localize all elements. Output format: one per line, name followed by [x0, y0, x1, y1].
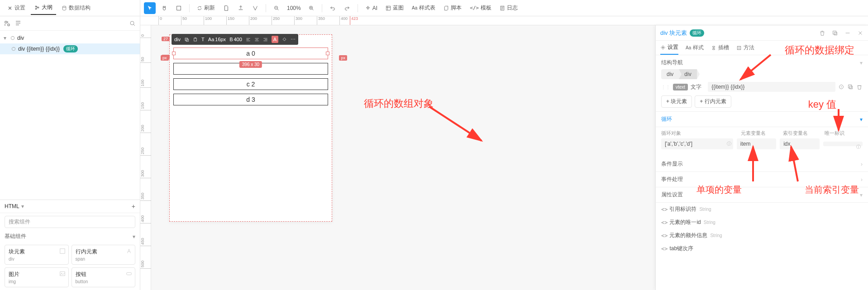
- loop-idx-input[interactable]: idx: [780, 138, 819, 149]
- outline-tree: ▾ div div {{item}} {{idx}} 循环: [0, 31, 140, 56]
- attr-section[interactable]: 属性设置▾: [656, 187, 868, 203]
- basic-components-head[interactable]: 基础组件 ▾: [0, 231, 140, 242]
- tree-icon: [34, 5, 40, 10]
- trash-icon[interactable]: [819, 30, 825, 36]
- prop-ref[interactable]: <>引用标识符String: [656, 203, 868, 216]
- export-tool[interactable]: [235, 2, 247, 14]
- loop-item-3[interactable]: d 3: [173, 94, 328, 105]
- clipboard-icon[interactable]: [193, 37, 198, 42]
- minimize-icon[interactable]: [844, 30, 851, 36]
- add-inline-button[interactable]: + 行内元素: [695, 95, 731, 108]
- tab-outline[interactable]: 大纲: [31, 1, 56, 15]
- svg-rect-15: [833, 31, 836, 34]
- ruler-tick: 150: [226, 16, 234, 25]
- subtab-label: 方法: [744, 44, 754, 52]
- svg-point-20: [841, 86, 842, 87]
- prop-extra[interactable]: <>元素的额外信息String: [656, 229, 868, 242]
- zoom-in[interactable]: [305, 2, 317, 14]
- info-icon[interactable]: ⓘ: [856, 144, 861, 150]
- comp-button[interactable]: 按钮 button: [72, 267, 136, 287]
- html-section-head[interactable]: HTML ▾ +: [0, 200, 140, 213]
- fill-color-icon[interactable]: [282, 37, 287, 42]
- vtext-row: ⋮⋮ vtext 文字: [661, 82, 863, 92]
- v-tool[interactable]: [249, 2, 261, 14]
- weight-control[interactable]: B 400: [229, 37, 242, 42]
- copy-icon[interactable]: [184, 37, 189, 42]
- align-center-icon[interactable]: [254, 37, 259, 42]
- event-section[interactable]: 事件处理›: [656, 172, 868, 187]
- vtext-value-input[interactable]: [708, 82, 835, 92]
- add-block-button[interactable]: + 块元素: [661, 95, 692, 108]
- close-icon[interactable]: [857, 30, 863, 36]
- ai-button[interactable]: AI: [362, 2, 380, 14]
- target-icon[interactable]: [838, 84, 844, 90]
- chevron-down-icon: ▾: [21, 203, 24, 209]
- align-right-icon[interactable]: [263, 37, 268, 42]
- collapse-icon[interactable]: [4, 20, 11, 27]
- code-icon: </>: [470, 5, 479, 11]
- hand-tool[interactable]: [158, 2, 170, 14]
- loop-section-head[interactable]: 循环 ▾: [656, 112, 868, 127]
- loop-item-input[interactable]: item: [737, 138, 776, 149]
- tab-settings[interactable]: 设置: [4, 1, 29, 14]
- loop-obj-input[interactable]: ['a','b','c','d']ⓘ: [661, 138, 733, 149]
- text-color-icon[interactable]: A: [272, 36, 278, 43]
- copy-icon[interactable]: [847, 84, 854, 90]
- margin-badge: 27: [162, 37, 170, 41]
- artboard[interactable]: 27 27 px px div T Aa16px B 400 A: [169, 34, 332, 222]
- undo-icon: [329, 5, 336, 11]
- svg-rect-16: [834, 32, 837, 35]
- zoom-out-icon: [273, 5, 280, 11]
- subtab-settings[interactable]: 设置: [660, 41, 678, 55]
- log-button[interactable]: 日志: [497, 2, 520, 14]
- script-button[interactable]: 脚本: [441, 2, 464, 14]
- copy-icon[interactable]: [832, 30, 838, 36]
- comp-inline[interactable]: 行内元素 span: [72, 245, 136, 265]
- loop-idx-label: 索引变量名: [783, 130, 821, 137]
- tab-data-struct[interactable]: 数据结构: [58, 1, 94, 14]
- styles-label: 样式表: [419, 4, 435, 12]
- svg-rect-2: [60, 249, 65, 254]
- ruler-tick: 300: [294, 16, 302, 25]
- comp-image[interactable]: 图片 img: [5, 267, 69, 287]
- tag-label[interactable]: div: [174, 37, 181, 42]
- loop-key-input[interactable]: ⓘ: [823, 142, 863, 146]
- add-icon[interactable]: +: [132, 203, 135, 210]
- prop-uid[interactable]: <>元素的唯一idString: [656, 216, 868, 229]
- pointer-tool[interactable]: [144, 2, 156, 14]
- frame-tool[interactable]: [173, 2, 185, 14]
- search-icon[interactable]: [129, 20, 136, 27]
- tree-child-div[interactable]: div {{item}} {{idx}} 循环: [0, 43, 140, 54]
- font-size-control[interactable]: Aa16px: [208, 37, 226, 42]
- subtab-method[interactable]: 方法: [736, 41, 754, 54]
- info-icon[interactable]: ⓘ: [727, 141, 731, 147]
- subtab-styles[interactable]: Aa样式: [686, 41, 704, 54]
- loop-item-2[interactable]: c 2: [173, 78, 328, 90]
- zoom-level[interactable]: 100%: [285, 5, 303, 11]
- styles-button[interactable]: Aa样式表: [409, 2, 438, 14]
- align-left-icon[interactable]: [246, 37, 251, 42]
- template-button[interactable]: </>模板: [467, 2, 494, 14]
- undo-button[interactable]: [327, 2, 339, 14]
- text-icon[interactable]: T: [201, 37, 205, 42]
- subtab-slot[interactable]: 插槽: [711, 41, 729, 54]
- trash-icon[interactable]: [856, 84, 863, 90]
- blueprint-button[interactable]: 蓝图: [383, 2, 406, 14]
- comp-block[interactable]: 块元素 div: [5, 245, 69, 265]
- drag-handle-icon[interactable]: ⋮⋮: [661, 85, 670, 90]
- ai-label: AI: [372, 5, 377, 11]
- redo-button[interactable]: [341, 2, 353, 14]
- search-components-input[interactable]: 搜索组件: [5, 216, 135, 228]
- file-tool[interactable]: [220, 2, 232, 14]
- more-icon[interactable]: ⋯: [291, 37, 296, 43]
- expand-icon[interactable]: [14, 20, 22, 27]
- loop-item-0[interactable]: a 0: [173, 48, 328, 59]
- zoom-out[interactable]: [271, 2, 282, 14]
- right-header: div 块元素 循环: [656, 25, 868, 41]
- struct-nav-head[interactable]: 结构导航▾: [661, 59, 863, 67]
- prop-tab[interactable]: <>tab键次序: [656, 242, 868, 255]
- cond-section[interactable]: 条件显示›: [656, 157, 868, 172]
- refresh-button[interactable]: 刷新: [194, 2, 218, 14]
- tree-root-div[interactable]: ▾ div: [0, 33, 140, 43]
- breadcrumb-item[interactable]: div: [661, 69, 679, 79]
